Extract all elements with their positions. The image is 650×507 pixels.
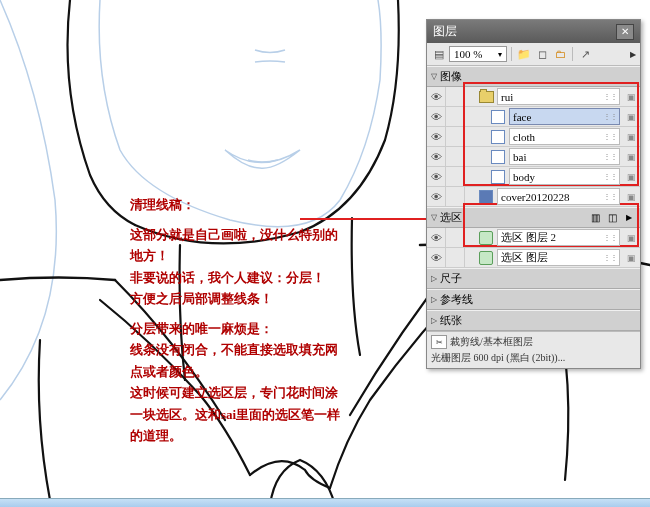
- zoom-field[interactable]: 100 %▾: [449, 46, 507, 62]
- more-icon[interactable]: ▶: [622, 211, 636, 225]
- collapse-icon[interactable]: ▷: [431, 295, 437, 304]
- close-icon[interactable]: ✕: [616, 24, 634, 40]
- ann-line: 方便之后局部调整线条！: [130, 289, 360, 309]
- panel-footer: ✂ 裁剪线/基本框图层 光栅图层 600 dpi (黑白 (2bit))...: [427, 331, 640, 368]
- annotation-text: 清理线稿： 这部分就是自己画啦，没什么特别的 地方！ 非要说的话，我个人建议：分…: [130, 195, 360, 448]
- visibility-icon[interactable]: 👁: [427, 228, 446, 247]
- layer-sel1[interactable]: 👁 选区 图层⋮⋮ ▣: [427, 248, 640, 268]
- group-guide[interactable]: ▷ 参考线: [427, 289, 640, 310]
- group-selection[interactable]: ▽ 选区 ▥ ◫ ▶: [427, 207, 640, 228]
- visibility-icon[interactable]: 👁: [427, 167, 446, 186]
- layer-face[interactable]: 👁 face⋮⋮ ▣: [427, 107, 640, 127]
- ann-line: 线条没有闭合，不能直接选取填充网: [130, 340, 360, 360]
- expand-icon[interactable]: ▣: [622, 87, 640, 106]
- layer-icon: [479, 190, 493, 204]
- arrow-icon[interactable]: ↗: [577, 46, 593, 62]
- layer-sel2[interactable]: 👁 选区 图层 2⋮⋮ ▣: [427, 228, 640, 248]
- selection-icon: [479, 251, 493, 265]
- layer-cover[interactable]: 👁 cover20120228⋮⋮ ▣: [427, 187, 640, 207]
- ann-line: 分层带来的唯一麻烦是：: [130, 319, 360, 339]
- layer-icon: [491, 170, 505, 184]
- ann-line: 地方！: [130, 246, 360, 266]
- ann-line: 一块选区。这和sai里面的选区笔一样: [130, 405, 360, 425]
- ann-line: 这时候可建立选区层，专门花时间涂: [130, 383, 360, 403]
- layer-icon: [491, 130, 505, 144]
- visibility-icon[interactable]: 👁: [427, 248, 446, 267]
- add-sel-icon[interactable]: ◫: [605, 211, 619, 225]
- collapse-icon[interactable]: ▷: [431, 274, 437, 283]
- selection-icon: [479, 231, 493, 245]
- new-folder-icon[interactable]: 📁: [516, 46, 532, 62]
- layers-icon[interactable]: ▤: [431, 46, 447, 62]
- ann-line: 非要说的话，我个人建议：分层！: [130, 268, 360, 288]
- layer-bai[interactable]: 👁 bai⋮⋮ ▣: [427, 147, 640, 167]
- visibility-icon[interactable]: 👁: [427, 107, 446, 126]
- layer-icon: [491, 110, 505, 124]
- folder-icon: [479, 91, 494, 103]
- visibility-icon[interactable]: 👁: [427, 87, 446, 106]
- collapse-icon[interactable]: ▷: [431, 316, 437, 325]
- layer-body[interactable]: 👁 body⋮⋮ ▣: [427, 167, 640, 187]
- menu-icon[interactable]: ▶: [630, 50, 636, 59]
- crop-icon: ✂: [431, 335, 447, 349]
- collapse-icon[interactable]: ▽: [431, 72, 437, 81]
- folder-icon[interactable]: 🗀: [552, 46, 568, 62]
- layer-icon: [491, 150, 505, 164]
- bottom-bar: [0, 498, 650, 507]
- ann-line: 点或者颜色。: [130, 362, 360, 382]
- ann-line: 清理线稿：: [130, 195, 360, 215]
- panel-title: 图层: [433, 23, 457, 40]
- ann-line: 这部分就是自己画啦，没什么特别的: [130, 225, 360, 245]
- group-ruler[interactable]: ▷ 尺子: [427, 268, 640, 289]
- panel-toolbar: ▤ 100 %▾ 📁 ◻ 🗀 ↗ ▶: [427, 43, 640, 66]
- group-paper[interactable]: ▷ 纸张: [427, 310, 640, 331]
- ann-line: 的道理。: [130, 426, 360, 446]
- layer-cloth[interactable]: 👁 cloth⋮⋮ ▣: [427, 127, 640, 147]
- layer-list: ▽ 图像 👁 rui⋮⋮ ▣ 👁 face⋮⋮ ▣ 👁 cloth⋮⋮ ▣ 👁 …: [427, 66, 640, 331]
- visibility-icon[interactable]: 👁: [427, 127, 446, 146]
- group-image[interactable]: ▽ 图像: [427, 66, 640, 87]
- convert-icon[interactable]: ▥: [588, 211, 602, 225]
- panel-titlebar[interactable]: 图层 ✕: [427, 20, 640, 43]
- new-page-icon[interactable]: ◻: [534, 46, 550, 62]
- layer-rui[interactable]: 👁 rui⋮⋮ ▣: [427, 87, 640, 107]
- visibility-icon[interactable]: 👁: [427, 187, 446, 206]
- visibility-icon[interactable]: 👁: [427, 147, 446, 166]
- layers-panel[interactable]: 图层 ✕ ▤ 100 %▾ 📁 ◻ 🗀 ↗ ▶ ▽ 图像 👁 rui⋮⋮ ▣ 👁: [426, 19, 641, 369]
- collapse-icon[interactable]: ▽: [431, 213, 437, 222]
